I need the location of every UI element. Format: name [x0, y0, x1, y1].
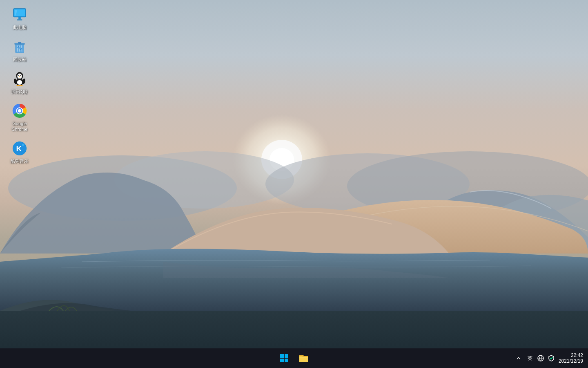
svg-point-31	[20, 85, 23, 86]
svg-point-30	[16, 85, 20, 86]
svg-line-16	[17, 45, 18, 52]
svg-text:K: K	[16, 144, 22, 153]
clock-date: 2021/12/19	[559, 358, 583, 364]
svg-point-23	[18, 75, 19, 75]
desktop-icon-my-computer[interactable]: 此电脑	[4, 4, 35, 33]
kugou-music-label: 酷狗音乐	[11, 158, 29, 164]
taskbar-center	[275, 349, 313, 367]
svg-point-34	[18, 109, 22, 113]
svg-rect-12	[17, 19, 22, 20]
svg-rect-41	[280, 359, 284, 362]
clock-area[interactable]: 22:42 2021/12/19	[559, 352, 583, 364]
svg-point-38	[22, 144, 24, 146]
taskbar-right: 英	[514, 352, 588, 364]
system-tray: 英	[526, 354, 555, 363]
file-explorer-button[interactable]	[295, 349, 313, 367]
network-icon[interactable]	[537, 354, 545, 362]
svg-rect-40	[285, 354, 288, 358]
my-computer-icon	[11, 7, 28, 23]
desktop-icon-qq[interactable]: 腾讯QQ	[4, 68, 35, 97]
desktop-icon-kugou-music[interactable]: K 酷狗音乐	[4, 138, 35, 166]
start-button[interactable]	[275, 349, 293, 367]
show-hidden-icons-button[interactable]	[514, 354, 523, 362]
chrome-label: Google Chrome	[7, 121, 33, 132]
security-icon[interactable]	[547, 354, 555, 362]
desktop-icon-recycle-bin[interactable]: 回收站	[4, 36, 35, 65]
qq-label: 腾讯QQ	[11, 89, 27, 94]
qq-icon	[11, 71, 28, 87]
taskbar: 英	[0, 348, 588, 368]
desktop: 此电脑	[0, 0, 588, 368]
recycle-bin-icon	[11, 38, 28, 55]
svg-rect-39	[280, 354, 284, 358]
desktop-icon-google-chrome[interactable]: Google Chrome	[4, 100, 35, 135]
desktop-background	[0, 0, 588, 368]
svg-point-20	[17, 73, 22, 79]
svg-point-24	[20, 75, 21, 75]
svg-point-25	[19, 76, 20, 77]
my-computer-label: 此电脑	[13, 25, 27, 30]
kugou-music-icon: K	[11, 140, 28, 157]
language-indicator[interactable]: 英	[526, 354, 534, 363]
svg-rect-11	[18, 17, 21, 20]
svg-rect-15	[18, 42, 21, 44]
desktop-icons: 此电脑	[4, 4, 35, 167]
recycle-bin-label: 回收站	[13, 56, 27, 62]
chrome-icon	[11, 103, 28, 119]
svg-point-27	[17, 80, 22, 84]
clock-time: 22:42	[571, 352, 583, 358]
svg-rect-42	[285, 359, 288, 362]
